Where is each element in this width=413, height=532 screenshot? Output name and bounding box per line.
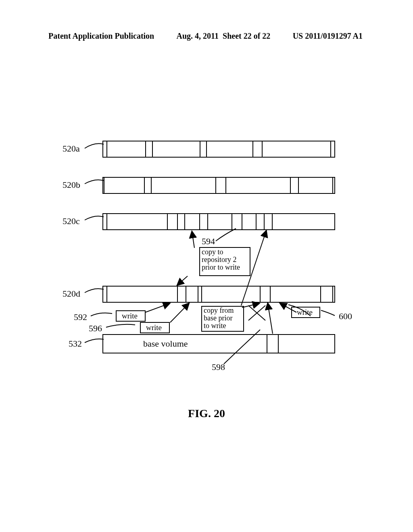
svg-rect-23 (202, 286, 260, 302)
svg-rect-9 (151, 177, 216, 193)
ref-520a: 520a (63, 143, 80, 154)
row-520b (103, 177, 335, 193)
svg-rect-25 (321, 286, 333, 302)
ref-596: 596 (89, 323, 102, 334)
svg-rect-17 (242, 214, 256, 230)
svg-rect-24 (260, 286, 270, 302)
svg-line-32 (170, 303, 189, 322)
ref-520d: 520d (63, 289, 80, 299)
ref-520c: 520c (63, 216, 80, 227)
svg-rect-6 (262, 141, 331, 157)
svg-rect-16 (208, 214, 232, 230)
svg-rect-14 (177, 214, 200, 230)
row-520d (103, 286, 335, 302)
svg-line-29 (192, 232, 194, 248)
svg-rect-21 (107, 286, 177, 302)
text-base-volume: base volume (143, 339, 188, 349)
svg-rect-19 (264, 214, 272, 230)
svg-rect-8 (104, 177, 144, 193)
svg-rect-22 (186, 286, 198, 302)
text-write-596: write (146, 323, 162, 332)
ref-594: 594 (202, 236, 215, 247)
ref-598: 598 (212, 362, 225, 372)
svg-rect-20 (103, 286, 335, 302)
svg-rect-12 (103, 214, 335, 230)
ref-600: 600 (339, 311, 352, 322)
ref-532: 532 (69, 339, 82, 349)
svg-rect-7 (103, 177, 335, 193)
svg-rect-10 (226, 177, 290, 193)
row-520a (103, 141, 335, 157)
figure-label: FIG. 20 (0, 407, 413, 420)
svg-rect-11 (298, 177, 333, 193)
svg-rect-13 (107, 214, 167, 230)
text-write-592: write (122, 312, 138, 320)
svg-rect-15 (177, 214, 185, 230)
svg-line-30 (177, 276, 188, 285)
base-volume-bar (103, 335, 335, 353)
svg-rect-5 (206, 141, 253, 157)
text-copy-from-base: copy from base prior to write (204, 307, 244, 330)
ref-592: 592 (74, 312, 87, 322)
svg-rect-3 (107, 141, 146, 157)
svg-rect-2 (103, 141, 335, 157)
svg-rect-4 (152, 141, 200, 157)
row-520c (103, 214, 335, 230)
svg-rect-18 (264, 214, 335, 230)
text-copy-to-repo2: copy to repository 2 prior to write (202, 248, 249, 271)
svg-line-37 (268, 303, 273, 334)
ref-520b: 520b (63, 180, 80, 190)
svg-rect-26 (103, 335, 335, 353)
text-write-600: write (297, 308, 313, 317)
svg-line-31 (145, 303, 169, 312)
